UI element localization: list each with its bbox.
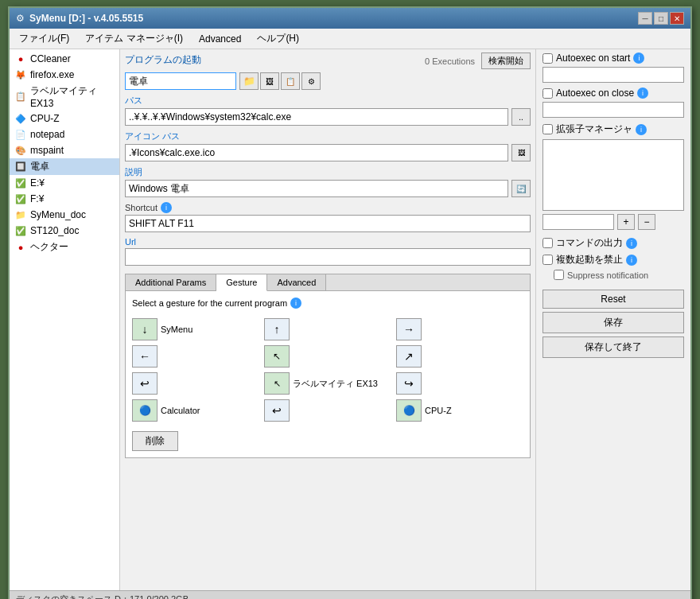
sidebar-item-label: 電卓 — [30, 160, 49, 173]
ext-add-button[interactable]: + — [617, 214, 635, 230]
gesture-down-btn[interactable]: ↓ — [132, 318, 158, 340]
url-input[interactable] — [125, 248, 531, 266]
ext-remove-button[interactable]: − — [638, 214, 655, 230]
close-button[interactable]: ✕ — [670, 12, 684, 25]
ccleaner-icon: ● — [14, 53, 27, 65]
path-group: パス .. — [125, 95, 531, 126]
sidebar-item-label: SyMenu_doc — [30, 209, 86, 220]
gesture-cell-back: ↩ — [132, 372, 259, 395]
sidebar-item-mspaint[interactable]: 🎨 mspaint — [10, 142, 119, 158]
tab-gesture[interactable]: Gesture — [216, 274, 267, 291]
sidebar-item-symenu-doc[interactable]: 📁 SyMenu_doc — [10, 207, 119, 223]
icon-browse-button[interactable]: 🖼 — [511, 144, 531, 161]
autoexec-close-checkbox[interactable] — [542, 88, 553, 99]
sidebar-item-hector[interactable]: ● ヘクター — [10, 239, 119, 255]
autoexec-close-row: Autoexec on close i — [542, 88, 684, 99]
sidebar-item-st120-doc[interactable]: ✅ ST120_doc — [10, 223, 119, 239]
path-input[interactable] — [125, 108, 508, 126]
autoexec-start-info-icon[interactable]: i — [633, 53, 644, 64]
minimize-button[interactable]: ─ — [638, 12, 652, 25]
sidebar-item-label: notepad — [30, 129, 64, 140]
autoexec-close-label: Autoexec on close — [556, 88, 634, 99]
cmd-output-checkbox[interactable] — [542, 238, 553, 248]
menu-advanced[interactable]: Advanced — [192, 32, 247, 46]
path-row: .. — [125, 108, 531, 126]
multi-start-checkbox[interactable] — [542, 255, 553, 265]
sidebar-item-firefox[interactable]: 🦊 firefox.exe — [10, 67, 119, 83]
description-group: 説明 🔄 — [125, 166, 531, 197]
gesture-info-icon[interactable]: i — [290, 298, 301, 309]
autoexec-start-row: Autoexec on start i — [542, 53, 684, 64]
tab-advanced[interactable]: Advanced — [267, 274, 326, 290]
labelmaity-icon: 📋 — [14, 91, 27, 103]
hector-icon: ● — [14, 241, 27, 254]
sidebar-item-calculator[interactable]: 🔲 電卓 — [10, 158, 119, 175]
settings-icon-btn[interactable]: ⚙ — [301, 72, 321, 90]
image-icon-btn[interactable]: 🖼 — [260, 72, 279, 90]
gesture-calculator-btn[interactable]: 🔵 — [132, 399, 158, 422]
tab-additional-params[interactable]: Additional Params — [126, 274, 216, 290]
tab-content-gesture: Select a gesture for the current program… — [126, 291, 530, 457]
icon-path-row: 🖼 — [125, 144, 531, 161]
gesture-ne-btn[interactable]: ↗ — [396, 345, 422, 368]
gesture-notepad-btn[interactable]: ↖ — [264, 345, 290, 368]
icon-path-label: アイコン パス — [125, 130, 531, 142]
gesture-cell-up: ↑ — [264, 318, 391, 340]
ext-input[interactable] — [542, 214, 614, 230]
sidebar-item-cpuz[interactable]: 🔷 CPU-Z — [10, 111, 119, 126]
ext-manager-checkbox[interactable] — [542, 124, 553, 134]
menubar: ファイル(F) アイテム マネージャ(I) Advanced ヘルプ(H) — [10, 29, 690, 49]
suppress-notification-label: Suppress notification — [567, 270, 648, 280]
gesture-labelmaity-btn[interactable]: ↖ — [264, 372, 290, 395]
sidebar-item-notepad[interactable]: 📄 notepad — [10, 126, 119, 142]
sidebar-item-label: ヘクター — [30, 240, 68, 254]
gesture-back-btn[interactable]: ↩ — [132, 372, 158, 395]
suppress-notification-checkbox[interactable] — [554, 270, 564, 280]
sidebar-item-labelmaity[interactable]: 📋 ラベルマイティ EX13 — [10, 83, 119, 111]
icon-path-input[interactable] — [125, 144, 508, 161]
menu-file[interactable]: ファイル(F) — [13, 30, 76, 47]
save-button[interactable]: 保存 — [542, 312, 684, 333]
copy-icon-btn[interactable]: 📋 — [281, 72, 300, 90]
autoexec-close-info-icon[interactable]: i — [637, 88, 648, 99]
sidebar-item-label: CPU-Z — [30, 113, 60, 124]
sidebar-item-e-drive[interactable]: ✅ E:¥ — [10, 175, 119, 191]
gesture-up-btn[interactable]: ↑ — [264, 318, 290, 340]
refresh-button[interactable]: 🔄 — [511, 180, 531, 197]
gesture-left-btn[interactable]: ← — [132, 345, 158, 368]
autoexec-start-checkbox[interactable] — [542, 53, 553, 64]
gesture-cell-calculator: 🔵 Calculator — [132, 399, 259, 422]
e-drive-icon: ✅ — [14, 177, 27, 189]
cmd-output-info-icon[interactable]: i — [626, 238, 637, 249]
menu-help[interactable]: ヘルプ(H) — [251, 30, 305, 47]
sidebar-item-f-drive[interactable]: ✅ F:¥ — [10, 191, 119, 207]
cpuz-icon: 🔷 — [14, 112, 27, 125]
main-window: ⚙ SyMenu [D:] - v.4.05.5515 ─ □ ✕ ファイル(F… — [8, 6, 692, 599]
autoexec-close-input[interactable] — [542, 102, 684, 118]
gesture-right-btn[interactable]: → — [396, 318, 422, 340]
autoexec-start-input[interactable] — [542, 67, 684, 83]
firefox-icon: 🦊 — [14, 68, 27, 81]
description-input[interactable] — [125, 180, 508, 197]
path-browse-button[interactable]: .. — [511, 108, 531, 126]
program-name-input[interactable] — [125, 72, 236, 90]
shortcut-input[interactable] — [125, 215, 531, 232]
folder-icon-btn[interactable]: 📁 — [239, 72, 259, 90]
menu-item-manager[interactable]: アイテム マネージャ(I) — [79, 30, 189, 47]
st120-doc-icon: ✅ — [14, 224, 27, 237]
multi-start-info-icon[interactable]: i — [626, 255, 637, 266]
reset-button[interactable]: Reset — [542, 290, 684, 309]
gesture-misc-btn[interactable]: ↩ — [264, 399, 290, 422]
delete-gesture-button[interactable]: 削除 — [132, 431, 178, 451]
sidebar-item-label: F:¥ — [30, 193, 44, 204]
ext-manager-info-icon[interactable]: i — [636, 124, 647, 135]
gesture-cell-ne: ↗ — [396, 345, 523, 368]
maximize-button[interactable]: □ — [654, 12, 668, 25]
shortcut-info-icon[interactable]: i — [161, 202, 172, 213]
sidebar-item-ccleaner[interactable]: ● CCleaner — [10, 51, 119, 67]
search-button[interactable]: 検索開始 — [481, 53, 531, 69]
gesture-cpuz-btn[interactable]: 🔵 — [396, 399, 422, 422]
gesture-fwd-btn[interactable]: ↪ — [396, 372, 422, 395]
save-exit-button[interactable]: 保存して終了 — [542, 336, 684, 358]
multi-start-row: 複数起動を禁止 i — [542, 253, 684, 266]
